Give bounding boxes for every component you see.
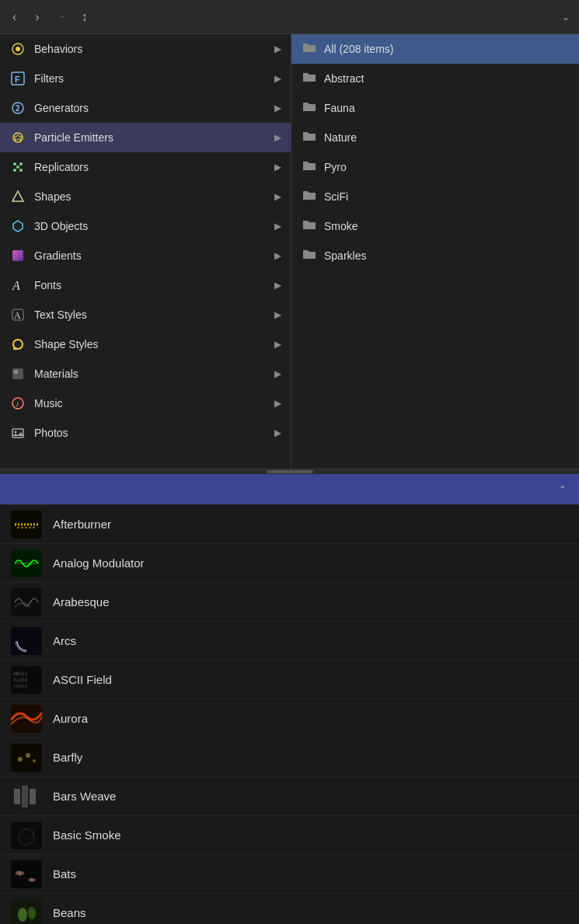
svg-rect-47	[30, 789, 36, 804]
sidebar-item-replicators[interactable]: Replicators▶	[0, 152, 291, 182]
sidebar-item-particle-emitters[interactable]: Particle Emitters▶	[0, 123, 291, 152]
svg-rect-40	[11, 744, 42, 772]
list-item-aurora[interactable]: Aurora	[0, 699, 579, 738]
svg-rect-46	[22, 786, 28, 807]
shapes-icon	[9, 188, 26, 205]
list-item-beans[interactable]: Beans	[0, 894, 579, 924]
folder-item-fauna[interactable]: Fauna	[291, 93, 579, 123]
svg-marker-7	[14, 134, 22, 141]
nav-arrows: ‹ › - ↕	[9, 7, 88, 27]
particle-emitters-icon	[9, 129, 26, 146]
forward-button[interactable]: ›	[32, 7, 42, 27]
svg-point-1	[16, 47, 20, 51]
sidebar-item-fonts[interactable]: AFonts▶	[0, 270, 291, 300]
svg-text:A: A	[14, 310, 21, 321]
svg-text:2: 2	[16, 104, 20, 113]
list-thumb-bars-weave	[11, 783, 42, 811]
sidebar-label-behaviors: Behaviors	[34, 43, 274, 55]
folder-label-all: All (208 items)	[324, 43, 393, 55]
sidebar-arrow-shapes: ▶	[274, 191, 281, 202]
folder-item-pyro[interactable]: Pyro	[291, 152, 579, 182]
sidebar-item-behaviors[interactable]: Behaviors▶	[0, 34, 291, 64]
folder-item-scifi[interactable]: SciFi	[291, 182, 579, 211]
3d-objects-icon	[9, 218, 26, 235]
svg-point-41	[18, 757, 23, 762]
svg-point-56	[18, 908, 27, 922]
sidebar-label-generators: Generators	[34, 102, 274, 114]
list-thumb-aurora	[11, 705, 42, 733]
theme-chevron-icon[interactable]: ⌄	[562, 12, 570, 23]
list-thumb-beans	[11, 899, 42, 925]
list-item-analog-modulator[interactable]: Analog Modulator	[0, 544, 579, 583]
svg-rect-22	[14, 370, 18, 374]
sidebar-label-particle-emitters: Particle Emitters	[34, 131, 274, 144]
folder-item-nature[interactable]: Nature	[291, 123, 579, 152]
sidebar-item-text-styles[interactable]: AText Styles▶	[0, 300, 291, 330]
sidebar-label-gradients: Gradients	[34, 249, 274, 262]
sidebar-label-music: Music	[34, 397, 274, 410]
svg-point-11	[19, 169, 23, 172]
sidebar-label-shapes: Shapes	[34, 190, 274, 203]
list-item-arabesque[interactable]: Arabesque	[0, 583, 579, 622]
svg-text:🦇: 🦇	[15, 868, 25, 878]
sidebar-item-shape-styles[interactable]: Shape Styles▶	[0, 330, 291, 359]
back-button[interactable]: ‹	[9, 7, 19, 27]
folder-label-pyro: Pyro	[324, 161, 347, 173]
sidebar-item-3d-objects[interactable]: 3D Objects▶	[0, 211, 291, 241]
folder-icon-all	[302, 41, 316, 57]
sidebar-item-photos[interactable]: Photos▶	[0, 418, 291, 448]
folder-icon-fauna	[302, 100, 316, 116]
sidebar-item-shapes[interactable]: Shapes▶	[0, 182, 291, 211]
nav-updown-button[interactable]: ↕	[82, 10, 88, 24]
sidebar-arrow-generators: ▶	[274, 103, 281, 113]
list-thumb-arabesque	[11, 588, 42, 616]
list-thumb-arcs	[11, 627, 42, 655]
replicators-icon	[9, 159, 26, 176]
left-sidebar: Behaviors▶FFilters▶2Generators▶Particle …	[0, 34, 291, 469]
list-item-barfly[interactable]: Barfly	[0, 738, 579, 777]
list-item-bats[interactable]: 🦇🦇Bats	[0, 855, 579, 894]
list-item-arcs[interactable]: Arcs	[0, 622, 579, 661]
sidebar-item-filters[interactable]: FFilters▶	[0, 64, 291, 93]
generators-icon: 2	[9, 99, 26, 117]
sidebar-item-generators[interactable]: 2Generators▶	[0, 93, 291, 123]
svg-marker-27	[12, 432, 23, 436]
sidebar-arrow-filters: ▶	[274, 73, 281, 84]
list-item-label-afterburner: Afterburner	[53, 518, 111, 531]
folder-label-smoke: Smoke	[324, 220, 358, 232]
sidebar-arrow-gradients: ▶	[274, 250, 281, 261]
svg-rect-48	[11, 821, 42, 849]
folder-icon-nature	[302, 130, 316, 145]
svg-marker-13	[12, 191, 23, 201]
svg-text:XyZ34: XyZ34	[13, 677, 27, 683]
nav-divider: -	[60, 9, 65, 25]
folder-item-abstract[interactable]: Abstract	[291, 64, 579, 93]
list-item-label-aurora: Aurora	[53, 712, 88, 725]
sidebar-item-materials[interactable]: Materials▶	[0, 359, 291, 389]
svg-rect-15	[12, 250, 23, 261]
list-thumb-basic-smoke	[11, 821, 42, 849]
folder-item-all[interactable]: All (208 items)	[291, 34, 579, 64]
list-item-ascii-field[interactable]: ABc12XyZ34!@#56ASCII Field	[0, 661, 579, 699]
sidebar-item-gradients[interactable]: Gradients▶	[0, 241, 291, 270]
svg-point-8	[13, 162, 16, 166]
folder-icon-sparkles	[302, 248, 316, 263]
sidebar-label-text-styles: Text Styles	[34, 309, 274, 321]
list-item-label-ascii-field: ASCII Field	[53, 673, 112, 686]
list-item-label-basic-smoke: Basic Smoke	[53, 828, 121, 842]
list-sort-chevron-icon[interactable]: ⌃	[559, 484, 567, 495]
scroll-handle[interactable]	[267, 470, 313, 473]
list-item-afterburner[interactable]: Afterburner	[0, 505, 579, 544]
folder-item-smoke[interactable]: Smoke	[291, 211, 579, 241]
list-thumb-barfly	[11, 744, 42, 772]
theme-selector[interactable]: ⌄	[553, 12, 570, 23]
svg-text:ABc12: ABc12	[13, 671, 27, 676]
sidebar-arrow-3d-objects: ▶	[274, 221, 281, 232]
list-item-bars-weave[interactable]: Bars Weave	[0, 777, 579, 816]
folder-icon-scifi	[302, 189, 316, 204]
folder-label-scifi: SciFi	[324, 190, 348, 203]
list-item-basic-smoke[interactable]: Basic Smoke	[0, 816, 579, 855]
folder-item-sparkles[interactable]: Sparkles	[291, 241, 579, 270]
folder-label-fauna: Fauna	[324, 102, 355, 114]
sidebar-item-music[interactable]: ♪Music▶	[0, 389, 291, 418]
